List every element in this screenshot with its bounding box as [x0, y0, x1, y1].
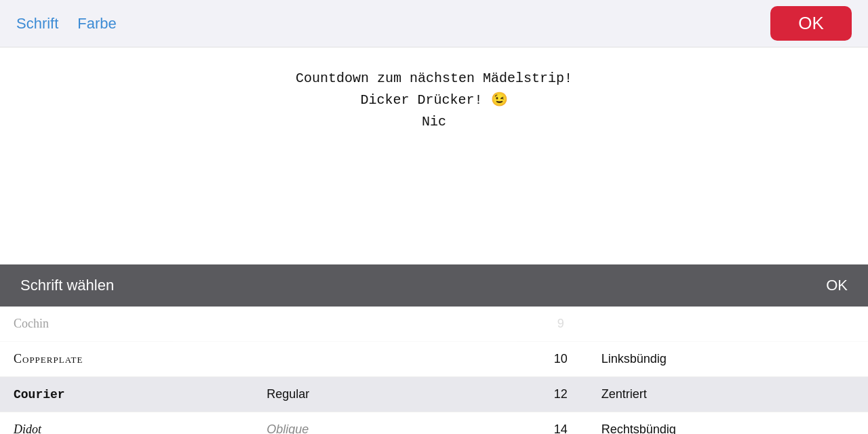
font-picker-panel: Schrift wählen OK Cochin9Copperplate10Li… [0, 264, 868, 434]
font-size-cell: 14 [520, 422, 601, 434]
schrift-button[interactable]: Schrift [16, 15, 58, 33]
font-row[interactable]: CourierRegular12Zentriert [0, 377, 868, 412]
font-size-cell: 12 [520, 387, 601, 401]
font-align-cell: Zentriert [601, 387, 854, 401]
ok-picker-button[interactable]: OK [826, 277, 848, 294]
font-row[interactable]: DidotOblique14Rechtsbündig [0, 412, 868, 434]
farbe-button[interactable]: Farbe [77, 15, 116, 33]
preview-area: Countdown zum nächsten Mädelstrip! Dicke… [0, 47, 868, 264]
font-row[interactable]: Copperplate10Linksbündig [0, 342, 868, 377]
font-size-cell: 9 [520, 317, 601, 331]
font-align-cell: Linksbündig [601, 352, 854, 366]
font-list: Cochin9Copperplate10LinksbündigCourierRe… [0, 307, 868, 434]
toolbar: Schrift Farbe OK [0, 0, 868, 47]
font-name-cell: Copperplate [14, 352, 267, 366]
font-size-cell: 10 [520, 352, 601, 366]
font-picker-header: Schrift wählen OK [0, 264, 868, 307]
font-name-cell: Courier [14, 388, 267, 401]
font-style-cell: Regular [267, 387, 519, 401]
preview-text: Countdown zum nächsten Mädelstrip! Dicke… [296, 68, 572, 133]
font-align-cell: Rechtsbündig [601, 422, 854, 434]
font-row[interactable]: Cochin9 [0, 307, 868, 342]
ok-top-button[interactable]: OK [770, 6, 852, 41]
font-picker-title: Schrift wählen [20, 277, 114, 294]
font-name-cell: Cochin [14, 317, 267, 331]
font-style-cell: Oblique [267, 422, 519, 434]
font-name-cell: Didot [14, 422, 267, 434]
toolbar-left: Schrift Farbe [16, 15, 770, 33]
